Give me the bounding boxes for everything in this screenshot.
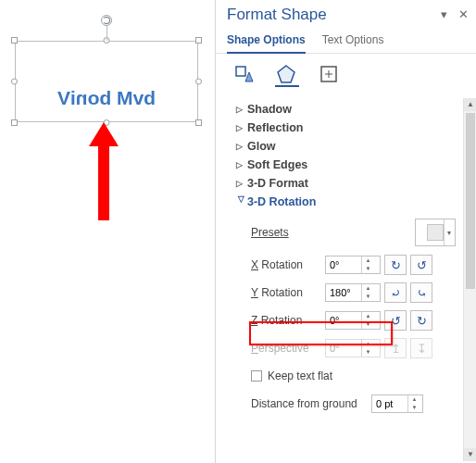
perspective-down-button: ↧ bbox=[410, 338, 432, 358]
z-rotate-cw-button[interactable]: ↻ bbox=[410, 310, 432, 331]
perspective-up-button: ↥ bbox=[384, 338, 407, 358]
tab-shape-options[interactable]: Shape Options bbox=[227, 30, 306, 54]
callout-arrow bbox=[89, 122, 119, 220]
chevron-down-icon[interactable]: ▾ bbox=[444, 219, 453, 245]
pane-title: Format Shape bbox=[227, 6, 467, 24]
z-rotation-label: Z Rotation bbox=[251, 314, 325, 327]
document-canvas[interactable]: bvM boniV bbox=[0, 0, 215, 463]
section-reflection[interactable]: ▷Reflection bbox=[216, 119, 476, 137]
scroll-thumb[interactable] bbox=[466, 113, 475, 289]
presets-dropdown[interactable]: ▾ bbox=[415, 219, 456, 246]
z-rotate-ccw-button[interactable]: ↺ bbox=[384, 310, 407, 331]
z-rotation-input[interactable]: ▲▼ bbox=[325, 311, 381, 330]
perspective-input: ▲▼ bbox=[325, 339, 381, 357]
x-rotation-label: X Rotation bbox=[251, 258, 325, 271]
y-rotation-input[interactable]: ▲▼ bbox=[325, 283, 381, 302]
keep-text-flat-checkbox[interactable] bbox=[251, 370, 262, 382]
x-rotation-input[interactable]: ▲▼ bbox=[325, 256, 381, 274]
distance-label: Distance from ground bbox=[251, 397, 371, 410]
close-icon[interactable]: ✕ bbox=[458, 7, 469, 21]
x-rotate-right-button[interactable]: ↺ bbox=[410, 255, 432, 275]
distance-input[interactable]: ▲▼ bbox=[371, 394, 423, 413]
section-shadow[interactable]: ▷Shadow bbox=[216, 100, 476, 119]
size-properties-icon[interactable] bbox=[318, 63, 342, 87]
effects-icon[interactable] bbox=[275, 63, 299, 87]
format-shape-pane: Format Shape ▾ ✕ Shape Options Text Opti… bbox=[215, 0, 476, 463]
section-3d-format[interactable]: ▷3-D Format bbox=[216, 174, 476, 193]
selected-shape[interactable]: bvM boniV bbox=[15, 41, 198, 122]
pane-scrollbar[interactable]: ▲ ▼ bbox=[463, 98, 476, 461]
fill-line-icon[interactable] bbox=[232, 63, 257, 87]
section-soft-edges[interactable]: ▷Soft Edges bbox=[216, 156, 476, 174]
tab-text-options[interactable]: Text Options bbox=[322, 30, 384, 53]
section-3d-rotation[interactable]: ▷3-D Rotation bbox=[216, 193, 476, 211]
scroll-down-icon[interactable]: ▼ bbox=[464, 448, 476, 461]
pane-options-icon[interactable]: ▾ bbox=[441, 7, 447, 21]
keep-text-flat-label: Keep text flat bbox=[268, 369, 332, 382]
y-rotate-left-button[interactable]: ⤾ bbox=[384, 282, 407, 303]
shape-text: bvM boniV bbox=[15, 87, 198, 109]
y-rotation-label: Y Rotation bbox=[251, 286, 325, 299]
presets-label: Presets bbox=[251, 226, 325, 239]
y-rotate-right-button[interactable]: ⤿ bbox=[410, 282, 432, 303]
rotate-handle[interactable] bbox=[101, 15, 112, 26]
svg-marker-0 bbox=[278, 66, 294, 82]
perspective-label: Perspective bbox=[251, 342, 325, 355]
section-glow[interactable]: ▷Glow bbox=[216, 137, 476, 156]
scroll-up-icon[interactable]: ▲ bbox=[464, 98, 476, 111]
x-rotate-left-button[interactable]: ↻ bbox=[384, 255, 407, 275]
